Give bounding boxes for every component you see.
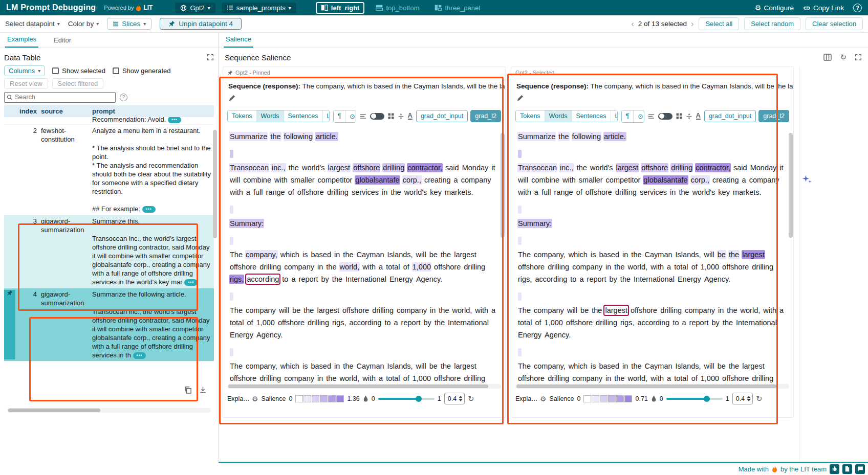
salience-token[interactable]: company	[284, 262, 315, 272]
search-box[interactable]	[4, 92, 116, 103]
method-grad-l2[interactable]: grad_l2	[470, 110, 501, 122]
salience-token[interactable]: drilling	[259, 262, 281, 272]
salience-token[interactable]: company	[572, 374, 603, 383]
salience-token[interactable]: based	[598, 361, 620, 371]
salience-token[interactable]: Agency.	[256, 330, 283, 340]
salience-token[interactable]: by	[609, 275, 618, 284]
salience-token[interactable]: offshore	[353, 163, 380, 172]
slices-button[interactable]: Slices ▾	[107, 18, 151, 30]
salience-token[interactable]: offshore	[433, 374, 461, 383]
salience-token[interactable]: a	[378, 374, 383, 383]
clear-selection-button[interactable]: Clear selection	[806, 17, 863, 30]
newline-token[interactable]	[518, 206, 522, 214]
granularity-sentences[interactable]: Sentences	[284, 110, 323, 122]
salience-token[interactable]: with	[562, 175, 576, 185]
salience-token[interactable]: Cayman	[644, 361, 673, 371]
card-horizontal-scrollbar[interactable]	[227, 384, 501, 389]
salience-token[interactable]: 1,000	[544, 318, 563, 327]
threshold-input[interactable]: 0.4	[732, 393, 753, 404]
newline-token[interactable]	[230, 292, 233, 301]
salience-token[interactable]: Cayman	[356, 361, 385, 371]
salience-token[interactable]: world,	[339, 262, 360, 272]
salience-token[interactable]: The	[229, 250, 243, 259]
salience-token[interactable]: world,	[627, 374, 648, 383]
salience-token[interactable]: following	[572, 132, 601, 141]
salience-token[interactable]: company	[749, 175, 780, 185]
tab-examples[interactable]: Examples	[5, 32, 38, 48]
salience-token[interactable]: offshore	[585, 188, 613, 197]
salience-token[interactable]: in	[381, 188, 388, 197]
granularity-lines[interactable]: Lines	[323, 110, 330, 122]
salience-token[interactable]: in	[317, 262, 323, 272]
stepper-icon[interactable]	[747, 396, 751, 401]
fullscreen-icon[interactable]	[855, 54, 862, 61]
salience-token[interactable]: Islands,	[675, 361, 702, 371]
ellipsis-badge[interactable]: •••	[168, 117, 181, 123]
salience-token[interactable]: world's	[590, 163, 614, 172]
salience-token[interactable]: a	[453, 175, 459, 185]
show-selected-checkbox[interactable]	[52, 67, 59, 74]
salience-token[interactable]: 1,000	[412, 374, 431, 383]
salience-token[interactable]: in	[334, 250, 340, 259]
sync-icon[interactable]: ↻	[840, 53, 847, 62]
salience-token[interactable]: 1,000	[256, 318, 275, 327]
salience-token[interactable]: company	[245, 306, 276, 315]
unpin-datapoint-button[interactable]: Unpin datapoint 4	[160, 18, 242, 30]
explanation-label[interactable]: Expla…	[227, 395, 249, 402]
salience-token[interactable]: the	[434, 318, 445, 327]
newline-token[interactable]	[230, 206, 233, 214]
grid-icon[interactable]	[388, 113, 394, 119]
salience-token[interactable]: will	[278, 306, 290, 315]
salience-token[interactable]: Energy	[389, 275, 414, 284]
salience-token[interactable]: be	[292, 306, 301, 315]
salience-token[interactable]: it	[779, 163, 784, 172]
layout-tab-left-right[interactable]: left_right	[316, 2, 365, 14]
card-horizontal-scrollbar[interactable]	[515, 384, 789, 389]
salience-token[interactable]: the	[728, 361, 740, 371]
salience-token[interactable]: drilling	[547, 374, 570, 383]
salience-token[interactable]: drilling	[259, 374, 281, 383]
gear-icon[interactable]: ⚙	[252, 395, 258, 403]
card-vertical-scrollbar[interactable]	[501, 133, 505, 238]
salience-token[interactable]: markets.	[732, 188, 762, 197]
salience-token[interactable]: Summary:	[229, 219, 264, 228]
salience-token[interactable]: drilling	[463, 374, 486, 383]
salience-token[interactable]: services	[351, 188, 379, 197]
salience-token[interactable]: of	[691, 374, 698, 383]
salience-token[interactable]: largest	[453, 250, 477, 259]
salience-token[interactable]: according	[246, 275, 279, 284]
salience-token[interactable]: offshore	[517, 262, 545, 272]
bug-report-icon[interactable]	[830, 464, 839, 474]
stepper-icon[interactable]	[459, 396, 463, 401]
salience-token[interactable]: a	[666, 262, 671, 272]
salience-token[interactable]: offshore	[229, 374, 257, 383]
salience-token[interactable]: world's	[301, 163, 326, 172]
feedback-icon[interactable]	[855, 464, 865, 474]
salience-token[interactable]: Islands,	[387, 361, 414, 371]
configure-button[interactable]: ⚙ Configure	[755, 4, 794, 12]
salience-token[interactable]: drilling	[382, 163, 405, 172]
salience-token[interactable]: smaller	[578, 175, 603, 185]
salience-token[interactable]: of	[403, 374, 410, 383]
density-icon[interactable]	[360, 114, 366, 119]
salience-token[interactable]: Summary:	[517, 219, 552, 228]
salience-token[interactable]: world's	[692, 188, 716, 197]
salience-token[interactable]: corp.,	[402, 175, 422, 185]
salience-token[interactable]: Energy	[677, 275, 702, 284]
newline-token[interactable]	[230, 237, 233, 245]
salience-token[interactable]: total	[674, 262, 688, 272]
salience-token[interactable]: drilling	[595, 318, 618, 327]
layout-tab-three-panel[interactable]: three_panel	[430, 3, 484, 13]
salience-token[interactable]: globalsantafe	[643, 175, 688, 185]
salience-token[interactable]: offshore	[641, 163, 668, 172]
tab-salience[interactable]: Salience	[224, 33, 253, 48]
salience-token[interactable]: the	[728, 250, 740, 259]
salience-token[interactable]: in	[605, 374, 612, 383]
newline-token[interactable]	[518, 348, 522, 356]
salience-token[interactable]: largest	[604, 306, 628, 315]
show-generated-checkbox[interactable]	[113, 67, 119, 74]
salience-token[interactable]: be	[580, 306, 589, 315]
font-size-icon[interactable]: A	[696, 112, 701, 120]
salience-threshold-slider[interactable]	[378, 395, 435, 402]
dataset-selector[interactable]: sample_prompts ▾	[222, 3, 296, 13]
